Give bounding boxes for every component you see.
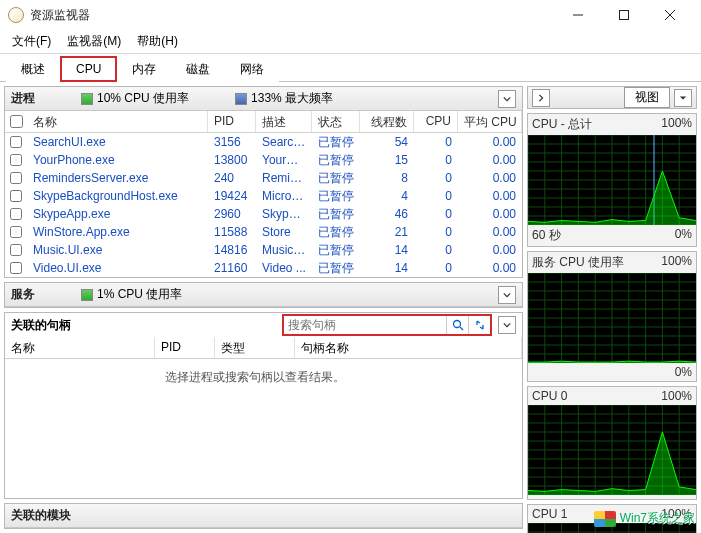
menu-file[interactable]: 文件(F): [4, 31, 59, 52]
minimize-button[interactable]: [555, 0, 601, 30]
menu-bar: 文件(F) 监视器(M) 帮助(H): [0, 30, 701, 54]
cell-cpu: 0: [414, 135, 458, 149]
row-checkbox[interactable]: [10, 136, 22, 148]
cell-avg: 0.00: [458, 135, 522, 149]
menu-monitor[interactable]: 监视器(M): [59, 31, 129, 52]
chart-expand-button[interactable]: [532, 89, 550, 107]
services-title: 服务: [11, 286, 35, 303]
row-checkbox[interactable]: [10, 208, 22, 220]
cell-cpu: 0: [414, 171, 458, 185]
hcol-type[interactable]: 类型: [215, 337, 295, 358]
window-title: 资源监视器: [30, 7, 555, 24]
col-cpu[interactable]: CPU: [414, 111, 458, 132]
tab-disk[interactable]: 磁盘: [171, 56, 225, 82]
services-collapse-button[interactable]: [498, 286, 516, 304]
search-icon[interactable]: [446, 316, 468, 334]
cell-pid: 13800: [208, 153, 256, 167]
handles-collapse-button[interactable]: [498, 316, 516, 334]
charts-toolbar: 视图: [527, 86, 697, 109]
freq-meter-icon: [235, 93, 247, 105]
chart-block: 服务 CPU 使用率100%0%: [527, 251, 697, 382]
cell-avg: 0.00: [458, 189, 522, 203]
cell-desc: Search ...: [256, 135, 312, 149]
close-button[interactable]: [647, 0, 693, 30]
chart-title: 服务 CPU 使用率: [532, 254, 624, 271]
row-checkbox[interactable]: [10, 190, 22, 202]
cpu-meter-label: 10% CPU 使用率: [97, 90, 189, 107]
handles-hint: 选择进程或搜索句柄以查看结果。: [5, 359, 522, 386]
cell-cpu: 0: [414, 189, 458, 203]
col-threads[interactable]: 线程数: [360, 111, 414, 132]
cell-threads: 54: [360, 135, 414, 149]
handles-panel: 关联的句柄 名称 PID 类型 句柄名称 选择进程或搜索句柄以查看结果。: [4, 312, 523, 499]
tab-network[interactable]: 网络: [225, 56, 279, 82]
maximize-button[interactable]: [601, 0, 647, 30]
table-row[interactable]: Music.UI.exe14816Music ...已暂停1400.00: [5, 241, 522, 259]
cell-name: SkypeApp.exe: [27, 207, 208, 221]
svg-rect-0: [620, 11, 629, 20]
select-all-checkbox[interactable]: [10, 115, 23, 128]
row-checkbox[interactable]: [10, 172, 22, 184]
cell-status: 已暂停: [312, 224, 360, 241]
table-row[interactable]: SkypeApp.exe2960SkypeA...已暂停4600.00: [5, 205, 522, 223]
chart-foot-right: 0%: [675, 227, 692, 244]
cell-desc: Store: [256, 225, 312, 239]
refresh-icon[interactable]: [468, 316, 490, 334]
tab-cpu[interactable]: CPU: [60, 56, 117, 82]
chart-max: 100%: [661, 389, 692, 403]
hcol-name[interactable]: 名称: [5, 337, 155, 358]
cell-status: 已暂停: [312, 152, 360, 169]
row-checkbox[interactable]: [10, 262, 22, 274]
table-row[interactable]: RemindersServer.exe240Remin...已暂停800.00: [5, 169, 522, 187]
cell-cpu: 0: [414, 225, 458, 239]
cell-pid: 240: [208, 171, 256, 185]
chart-title: CPU 1: [532, 507, 567, 521]
col-name[interactable]: 名称: [27, 111, 208, 132]
cell-threads: 15: [360, 153, 414, 167]
cell-avg: 0.00: [458, 225, 522, 239]
cpu-meter-icon: [81, 93, 93, 105]
col-desc[interactable]: 描述: [256, 111, 312, 132]
hcol-pid[interactable]: PID: [155, 337, 215, 358]
cell-name: Video.UI.exe: [27, 261, 208, 275]
cell-status: 已暂停: [312, 242, 360, 259]
table-row[interactable]: WinStore.App.exe11588Store已暂停2100.00: [5, 223, 522, 241]
chart-block: CPU - 总计100%60 秒0%: [527, 113, 697, 247]
cell-name: SearchUI.exe: [27, 135, 208, 149]
handles-column-headers: 名称 PID 类型 句柄名称: [5, 337, 522, 359]
processes-collapse-button[interactable]: [498, 90, 516, 108]
cell-status: 已暂停: [312, 260, 360, 277]
cell-pid: 14816: [208, 243, 256, 257]
row-checkbox[interactable]: [10, 226, 22, 238]
col-avg[interactable]: 平均 CPU: [458, 111, 522, 132]
cell-name: YourPhone.exe: [27, 153, 208, 167]
title-bar: 资源监视器: [0, 0, 701, 30]
handles-search-input[interactable]: [284, 318, 446, 332]
cell-desc: Micros...: [256, 189, 312, 203]
table-row[interactable]: Video.UI.exe21160Video ...已暂停1400.00: [5, 259, 522, 277]
tab-overview[interactable]: 概述: [6, 56, 60, 82]
chart-title: CPU - 总计: [532, 116, 592, 133]
col-pid[interactable]: PID: [208, 111, 256, 132]
chart-max: 100%: [661, 254, 692, 271]
row-checkbox[interactable]: [10, 154, 22, 166]
hcol-hname[interactable]: 句柄名称: [295, 337, 522, 358]
process-column-headers: 名称 PID 描述 状态 线程数 CPU 平均 CPU: [5, 111, 522, 133]
menu-help[interactable]: 帮助(H): [129, 31, 186, 52]
cell-pid: 3156: [208, 135, 256, 149]
cell-desc: Music ...: [256, 243, 312, 257]
view-dropdown-button[interactable]: [674, 89, 692, 107]
table-row[interactable]: SkypeBackgroundHost.exe19424Micros...已暂停…: [5, 187, 522, 205]
tab-memory[interactable]: 内存: [117, 56, 171, 82]
cell-name: SkypeBackgroundHost.exe: [27, 189, 208, 203]
processes-title: 进程: [11, 90, 35, 107]
view-button[interactable]: 视图: [624, 87, 670, 108]
cell-threads: 14: [360, 243, 414, 257]
cell-status: 已暂停: [312, 188, 360, 205]
row-checkbox[interactable]: [10, 244, 22, 256]
cell-desc: YourPh...: [256, 153, 312, 167]
table-row[interactable]: YourPhone.exe13800YourPh...已暂停1500.00: [5, 151, 522, 169]
col-status[interactable]: 状态: [312, 111, 360, 132]
table-row[interactable]: SearchUI.exe3156Search ...已暂停5400.00: [5, 133, 522, 151]
cell-cpu: 0: [414, 207, 458, 221]
